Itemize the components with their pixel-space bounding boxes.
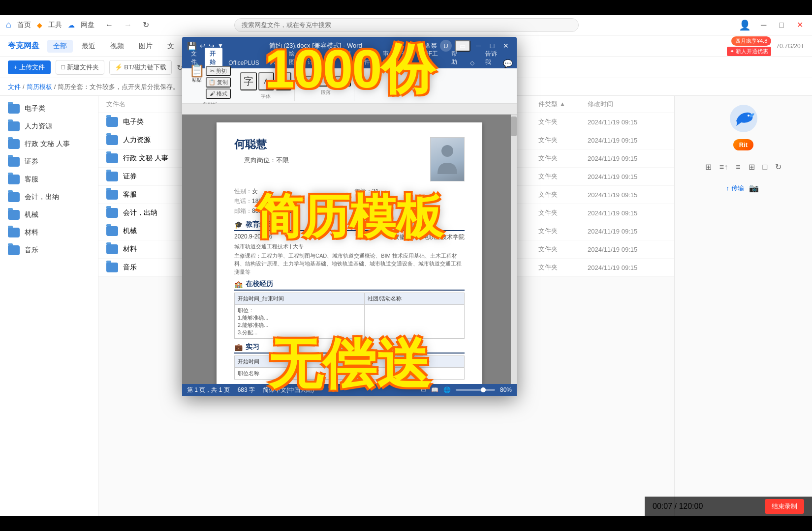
sort-icon-btn[interactable]: ≡↑ xyxy=(718,160,730,174)
tools-tab[interactable]: 工具 xyxy=(45,20,65,30)
bt-btn[interactable]: ⚡ BT/磁力链下载 xyxy=(109,60,172,75)
list-view-btn[interactable]: ≡ xyxy=(734,160,742,174)
align-left-btn[interactable]: ≡ xyxy=(301,76,316,87)
view-read-icon[interactable]: 📖 xyxy=(431,386,438,393)
paste-btn[interactable]: 📋 粘贴 xyxy=(189,64,205,99)
view-web-icon[interactable]: 🌐 xyxy=(443,386,451,393)
sidebar-item-materials[interactable]: 材料 xyxy=(0,224,98,241)
sidebar-item-admin[interactable]: 行政 文秘 人事 xyxy=(0,135,98,153)
refresh-nav-btn[interactable]: ↻ xyxy=(140,19,152,30)
word-ribbon: 📋 粘贴 ✂ 剪切 📋 复制 🖌 格式 剪贴板 字 A A 字体 xyxy=(182,68,517,104)
sidebar-item-label: 电子类 xyxy=(25,104,45,113)
ribbon-tab-diamond[interactable]: ◇ xyxy=(465,58,479,68)
search-input[interactable] xyxy=(234,18,579,32)
home-tab[interactable]: 首页 xyxy=(14,20,34,30)
tab-video[interactable]: 视频 xyxy=(104,40,130,53)
breadcrumb-files[interactable]: 文件 xyxy=(8,83,21,91)
folder-icon xyxy=(8,228,20,237)
promo-new[interactable]: ✦ 新人开通优惠 xyxy=(727,47,771,56)
breadcrumb-current: 简历全套：文件较多，点开夹后分批保存。 xyxy=(58,83,179,91)
word-statusbar-right: ▭ 📖 🌐 80% xyxy=(421,386,512,393)
sidebar-item-accounting[interactable]: 会计，出纳 xyxy=(0,188,98,206)
camera-icon-btn[interactable]: 📷 xyxy=(747,181,761,195)
ribbon-tab-review[interactable]: 审阅 xyxy=(378,48,396,68)
cloud-tab[interactable]: 网盘 xyxy=(78,20,97,30)
copy-btn[interactable]: 📋 复制 xyxy=(206,77,231,88)
forward-btn[interactable]: → xyxy=(121,20,135,30)
sidebar-item-customer[interactable]: 客服 xyxy=(0,171,98,188)
font-color-btn[interactable]: A xyxy=(276,72,291,90)
close-btn[interactable]: ✕ xyxy=(794,19,806,30)
view-toolbar: ⊞ ≡↑ ≡ ⊞ □ ↻ xyxy=(703,160,783,174)
upload-btn[interactable]: + 上传文件 xyxy=(8,60,51,74)
resume-header: 何聪慧 意向岗位：不限 xyxy=(234,137,465,181)
folder-icon xyxy=(8,192,20,202)
sidebar-item-music[interactable]: 音乐 xyxy=(0,241,98,259)
resume-info: 性别：女 年龄：21 电话：18888888888 户籍：广州 邮箱：88888… xyxy=(234,187,465,215)
ribbon-tab-mail[interactable]: 邮件 xyxy=(359,48,377,68)
tab-more[interactable]: 文 xyxy=(161,40,180,53)
recording-bar: 00:07 / 120:00 结束录制 xyxy=(645,497,812,516)
ribbon-tab-tell[interactable]: 告诉我 xyxy=(480,48,502,68)
col-type-header[interactable]: 件类型 ▲ xyxy=(538,100,588,109)
sidebar-item-electronics[interactable]: 电子类 xyxy=(0,100,98,118)
tab-all[interactable]: 全部 xyxy=(47,40,73,53)
sidebar-item-label: 音乐 xyxy=(25,246,38,255)
new-folder-btn[interactable]: □ 新建文件夹 xyxy=(56,60,104,75)
right-panel: Rit ⊞ ≡↑ ≡ ⊞ □ ↻ ↑ 传输 📷 xyxy=(674,96,812,516)
sidebar-item-label: 客服 xyxy=(25,175,38,184)
scrollbar-thumb[interactable] xyxy=(511,117,517,136)
font-name-btn[interactable]: 字 xyxy=(240,72,257,90)
upload-arrow-icon: ↑ xyxy=(726,184,729,192)
tab-recent[interactable]: 最近 xyxy=(76,40,101,53)
font-size-btn[interactable]: A xyxy=(258,72,274,90)
breadcrumb-resume[interactable]: 简历模板 xyxy=(27,83,52,91)
storage-info: 70.7G/20T xyxy=(776,43,804,50)
ribbon-tab-help[interactable]: 帮助 xyxy=(446,48,464,68)
zoom-slider[interactable] xyxy=(456,389,495,391)
ribbon-tab-design[interactable]: 设计 xyxy=(303,48,320,68)
preview-btn[interactable]: □ xyxy=(761,160,770,174)
title-bar-nav: ⌂ 首页 ◆ 工具 ☁ 网盘 xyxy=(6,20,97,30)
recording-time: 00:07 / 120:00 xyxy=(653,502,703,511)
bird-logo-icon xyxy=(729,104,758,133)
format-painter-btn[interactable]: 🖌 格式 xyxy=(206,88,231,99)
resume-name: 何聪慧 xyxy=(234,137,289,152)
tab-image[interactable]: 图片 xyxy=(133,40,158,53)
refresh-right-btn[interactable]: ↻ xyxy=(773,160,783,174)
grid-view-btn[interactable]: ⊞ xyxy=(747,160,757,174)
ribbon-tab-view[interactable]: 视图 xyxy=(397,48,414,68)
ribbon-group-font: 字 A A 字体 xyxy=(237,70,295,101)
folder-icon xyxy=(106,117,118,127)
cut-btn[interactable]: ✂ 剪切 xyxy=(206,66,231,76)
word-chat-icon[interactable]: 💬 xyxy=(503,59,513,68)
font-label: 字体 xyxy=(261,93,271,100)
align-center-btn[interactable]: ≡ xyxy=(318,76,334,87)
scrollbar[interactable] xyxy=(511,115,517,384)
sidebar-item-label: 机械 xyxy=(25,210,38,219)
resume-target: 意向岗位：不限 xyxy=(244,156,289,165)
sidebar-item-securities[interactable]: 证券 xyxy=(0,153,98,171)
user-icon[interactable]: 👤 xyxy=(739,19,751,31)
maximize-btn[interactable]: □ xyxy=(776,20,787,30)
view-normal-icon[interactable]: ▭ xyxy=(421,386,426,393)
bullet-btn[interactable]: •≡ xyxy=(335,76,351,87)
ribbon-tab-pdf[interactable]: PDF工具箱 xyxy=(415,48,445,68)
sidebar-item-hr[interactable]: 人力资源 xyxy=(0,118,98,135)
sidebar-item-machinery[interactable]: 机械 xyxy=(0,206,98,224)
word-window: 💾 ↩ ↪ ▼ 简约 (23).docx [兼容模式] - Word ⚠ 易锦 … xyxy=(182,37,517,396)
ribbon-tab-draw[interactable]: 绘图 xyxy=(284,48,302,68)
sidebar-item-label: 人力资源 xyxy=(25,122,52,131)
stop-recording-btn[interactable]: 结束录制 xyxy=(765,499,804,514)
back-btn[interactable]: ← xyxy=(102,20,116,30)
resume-edu-major: 城市轨道交通工程技术 | 大专 xyxy=(234,242,465,251)
ribbon-tab-insert[interactable]: 插入 xyxy=(265,48,283,68)
minimize-btn[interactable]: ─ xyxy=(758,20,769,30)
ribbon-tab-ref[interactable]: 引用 xyxy=(341,48,358,68)
transfer-btn[interactable]: ↑ 传输 xyxy=(726,184,744,193)
folder-icon xyxy=(106,190,118,200)
filter-icon-btn[interactable]: ⊞ xyxy=(703,160,714,174)
promo-badge[interactable]: 四月疯享¥4.8 xyxy=(731,36,771,46)
home-icon[interactable]: ⌂ xyxy=(6,20,11,30)
ribbon-tab-layout[interactable]: 布局 xyxy=(321,48,339,68)
